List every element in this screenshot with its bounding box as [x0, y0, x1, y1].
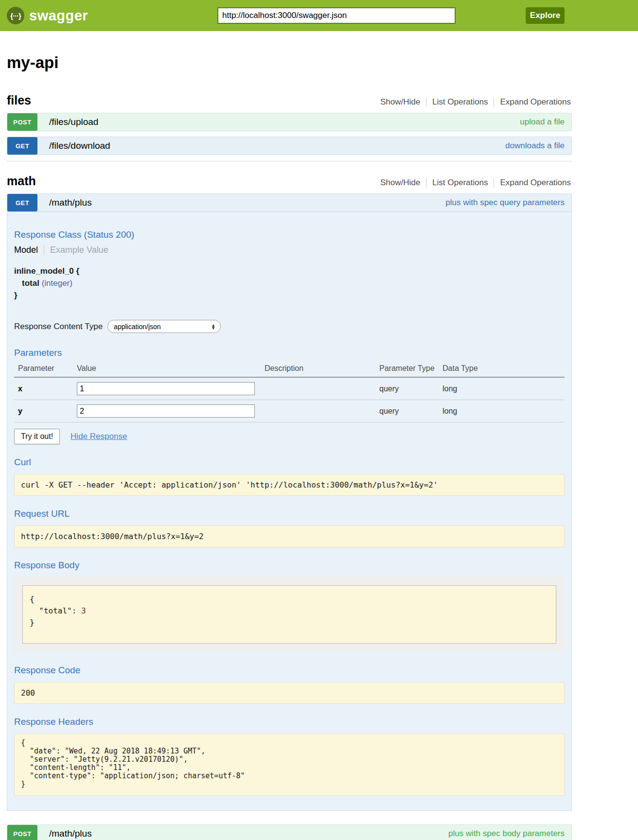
- json-number-value: 3: [81, 606, 86, 615]
- response-body-json: { "total": 3 }: [22, 585, 556, 644]
- column-header-parameter-type: Parameter Type: [377, 362, 441, 377]
- files-section-controls: Show/Hide List Operations Expand Operati…: [374, 97, 572, 107]
- param-description: [263, 377, 377, 400]
- column-header-value: Value: [75, 362, 263, 377]
- swagger-logo: {···} swagger: [7, 7, 88, 24]
- main-container: my-api files Show/Hide List Operations E…: [7, 53, 572, 840]
- select-arrows-icon: ▲▼: [211, 324, 215, 330]
- get-method-badge: GET: [7, 194, 37, 211]
- list-operations-link[interactable]: List Operations: [426, 97, 494, 107]
- operation-row-post-math-plus[interactable]: POST /math/plus plus with spec body para…: [7, 824, 572, 840]
- math-section-controls: Show/Hide List Operations Expand Operati…: [374, 178, 572, 188]
- swagger-logo-text: swagger: [29, 8, 88, 24]
- model-property-line: total (integer): [14, 277, 565, 289]
- json-total-line: "total": 3: [30, 605, 549, 617]
- json-close-brace: }: [30, 617, 549, 629]
- response-code-box: 200: [14, 682, 565, 704]
- operation-row-get-math-plus[interactable]: GET /math/plus plus with spec query para…: [7, 193, 572, 212]
- tab-model[interactable]: Model: [14, 245, 44, 255]
- model-open-line: inline_model_0 {: [14, 265, 565, 277]
- list-operations-link[interactable]: List Operations: [426, 178, 494, 188]
- column-header-description: Description: [263, 362, 377, 377]
- post-method-badge: POST: [7, 113, 37, 131]
- response-body-container: { "total": 3 }: [14, 577, 565, 652]
- model-tabs: Model Example Value: [14, 245, 565, 255]
- response-content-type-select[interactable]: application/json ▲▼: [107, 320, 221, 333]
- explore-button[interactable]: Explore: [526, 7, 565, 24]
- post-method-badge: POST: [7, 825, 37, 840]
- param-data-type: long: [441, 377, 565, 400]
- operation-path-link[interactable]: /math/plus: [49, 197, 92, 208]
- response-content-type-selected: application/json: [114, 323, 161, 331]
- param-name-y: y: [14, 400, 75, 422]
- response-code-heading: Response Code: [14, 665, 565, 676]
- expand-operations-link[interactable]: Expand Operations: [494, 178, 572, 188]
- response-body-heading: Response Body: [14, 560, 565, 571]
- swagger-logo-icon: {···}: [7, 7, 24, 24]
- param-data-type: long: [441, 400, 565, 422]
- operation-path-link[interactable]: /files/download: [49, 140, 110, 151]
- operation-summary-link[interactable]: upload a file: [520, 117, 571, 127]
- model-property-name: total: [22, 279, 39, 288]
- operation-summary-link[interactable]: plus with spec query parameters: [445, 198, 571, 208]
- model-property-type: (integer): [42, 279, 72, 288]
- curl-heading: Curl: [14, 457, 565, 468]
- request-url-heading: Request URL: [14, 508, 565, 519]
- parameters-table: Parameter Value Description Parameter Ty…: [14, 362, 565, 422]
- try-it-out-row: Try it out! Hide Response: [14, 429, 565, 444]
- param-type: query: [377, 377, 441, 400]
- param-y-input[interactable]: [77, 404, 255, 418]
- parameters-table-header-row: Parameter Value Description Parameter Ty…: [14, 362, 565, 377]
- operation-summary-link[interactable]: plus with spec body parameters: [448, 829, 571, 839]
- math-section-header: math Show/Hide List Operations Expand Op…: [7, 174, 572, 188]
- request-url-box: http://localhost:3000/math/plus?x=1&y=2: [14, 525, 565, 547]
- swagger-ui-page: {···} swagger Explore my-api files Show/…: [0, 0, 638, 840]
- response-headers-box: { "date": "Wed, 22 Aug 2018 18:49:13 GMT…: [14, 734, 565, 796]
- try-it-out-button[interactable]: Try it out!: [14, 429, 60, 444]
- header-bar: {···} swagger Explore: [0, 0, 638, 31]
- show-hide-link[interactable]: Show/Hide: [374, 178, 426, 188]
- table-row: x query long: [14, 377, 565, 400]
- json-open-brace: {: [30, 594, 549, 605]
- curl-command-box: curl -X GET --header 'Accept: applicatio…: [14, 474, 565, 496]
- tab-example-value[interactable]: Example Value: [44, 245, 108, 255]
- files-section-title: files: [7, 93, 31, 107]
- column-header-parameter: Parameter: [14, 362, 75, 377]
- spec-url-input[interactable]: [217, 7, 456, 24]
- section-divider: [7, 161, 572, 161]
- model-signature: inline_model_0 { total (integer) }: [14, 265, 565, 301]
- response-class-heading: Response Class (Status 200): [14, 229, 565, 240]
- response-headers-heading: Response Headers: [14, 717, 565, 727]
- response-content-type-label: Response Content Type: [14, 322, 103, 332]
- param-name-x: x: [14, 377, 75, 400]
- operation-row-post-files-upload[interactable]: POST /files/upload upload a file: [7, 113, 572, 131]
- model-close-line: }: [14, 289, 565, 301]
- response-content-type-row: Response Content Type application/json ▲…: [14, 320, 565, 333]
- param-description: [263, 400, 377, 422]
- show-hide-link[interactable]: Show/Hide: [374, 97, 426, 107]
- files-section-header: files Show/Hide List Operations Expand O…: [7, 93, 572, 107]
- json-key: "total":: [30, 606, 81, 615]
- math-section-title: math: [7, 174, 36, 188]
- expand-operations-link[interactable]: Expand Operations: [494, 97, 572, 107]
- parameters-heading: Parameters: [14, 348, 565, 358]
- operation-summary-link[interactable]: downloads a file: [505, 141, 571, 151]
- param-x-input[interactable]: [77, 382, 255, 395]
- hide-response-link[interactable]: Hide Response: [71, 432, 127, 441]
- table-row: y query long: [14, 400, 565, 422]
- column-header-data-type: Data Type: [441, 362, 565, 377]
- operation-path-link[interactable]: /math/plus: [49, 828, 92, 839]
- operation-path-link[interactable]: /files/upload: [49, 117, 98, 127]
- get-method-badge: GET: [7, 137, 37, 155]
- operation-row-get-files-download[interactable]: GET /files/download downloads a file: [7, 137, 572, 155]
- api-title: my-api: [7, 53, 572, 72]
- param-type: query: [377, 400, 441, 422]
- operation-content-panel: Response Class (Status 200) Model Exampl…: [7, 212, 572, 811]
